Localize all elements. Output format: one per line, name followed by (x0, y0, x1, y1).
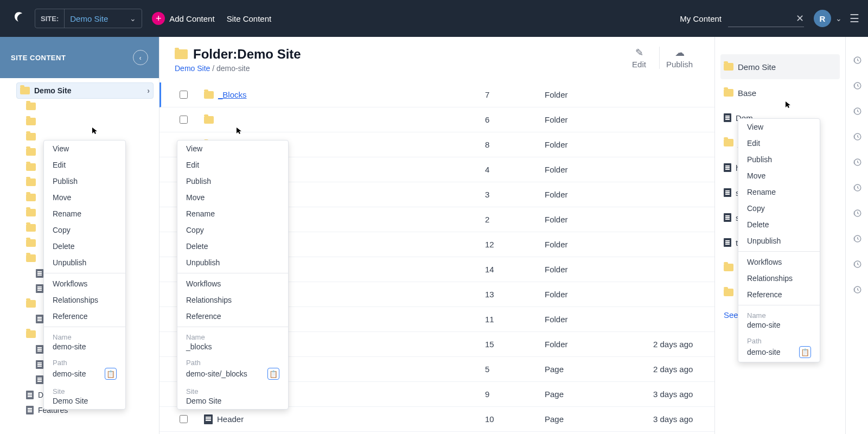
copy-path-button[interactable]: 📋 (267, 368, 279, 380)
user-menu[interactable]: R ⌄ (814, 10, 842, 27)
ctx-unpublish[interactable]: Unpublish (738, 233, 820, 249)
folder-icon (26, 118, 36, 125)
row-type: Folder (545, 90, 653, 99)
ctx-publish[interactable]: Publish (44, 173, 125, 189)
recent-label: Base (738, 88, 756, 98)
history-icon[interactable] (852, 132, 862, 142)
row-checkbox[interactable] (180, 415, 188, 423)
row-type: Folder (545, 140, 653, 149)
folder-icon (26, 163, 36, 171)
row-num: 7 (485, 90, 545, 99)
page-icon (36, 360, 43, 369)
row-link[interactable]: _Blocks (218, 90, 247, 99)
folder-icon (26, 239, 36, 247)
history-icon[interactable] (852, 234, 862, 244)
close-icon[interactable]: ✕ (796, 12, 804, 24)
hamburger-menu[interactable]: ☰ (850, 12, 859, 25)
history-icon[interactable] (852, 106, 862, 116)
row-type: Folder (545, 340, 653, 349)
search-box[interactable]: ✕ (728, 10, 804, 27)
ctx-move[interactable]: Move (44, 189, 125, 206)
table-row[interactable]: _Blocks7Folder (159, 82, 714, 107)
history-icon[interactable] (852, 55, 862, 65)
tree-root[interactable]: Demo Site› (16, 82, 154, 99)
publish-button[interactable]: ☁Publish (659, 47, 699, 69)
table-row[interactable]: 6Folder (159, 107, 714, 132)
ctx-publish[interactable]: Publish (738, 151, 820, 168)
ctx-copy[interactable]: Copy (177, 222, 288, 238)
row-num: 14 (485, 265, 545, 274)
row-checkbox[interactable] (180, 91, 188, 99)
recent-item[interactable]: Demo Site (720, 54, 840, 79)
folder-icon (26, 194, 36, 201)
ctx-relationships[interactable]: Relationships (738, 270, 820, 286)
site-picker[interactable]: SITE: Demo Site ⌄ (35, 9, 142, 28)
add-content-button[interactable]: + Add Content (152, 12, 214, 25)
copy-path-button[interactable]: 📋 (799, 346, 811, 358)
history-rail (845, 37, 868, 434)
row-type: Folder (545, 315, 653, 324)
history-icon[interactable] (852, 81, 862, 91)
page-icon (26, 391, 34, 399)
context-menu-sidebar[interactable]: ViewEditPublishMoveRenameCopyDeleteUnpub… (43, 140, 126, 410)
ctx-delete[interactable]: Delete (738, 216, 820, 233)
page-icon (724, 113, 731, 122)
history-icon[interactable] (852, 259, 862, 269)
history-icon[interactable] (852, 208, 862, 218)
ctx-rename[interactable]: Rename (177, 206, 288, 222)
breadcrumb-link[interactable]: Demo Site (175, 64, 210, 73)
row-num: 15 (485, 340, 545, 349)
table-row[interactable]: Header10Page3 days ago (159, 407, 714, 432)
app-logo[interactable] (9, 9, 28, 28)
row-type: Folder (545, 240, 653, 249)
recent-item[interactable]: Base (724, 80, 837, 105)
history-icon[interactable] (852, 157, 862, 167)
row-type: Page (545, 390, 653, 399)
ctx-move[interactable]: Move (738, 168, 820, 184)
ctx-copy[interactable]: Copy (738, 200, 820, 216)
ctx-workflows[interactable]: Workflows (738, 254, 820, 270)
context-menu-row[interactable]: ViewEditPublishMoveRenameCopyDeleteUnpub… (177, 140, 289, 410)
my-content-link[interactable]: My Content (680, 14, 722, 23)
ctx-relationships[interactable]: Relationships (177, 292, 288, 308)
collapse-sidebar-button[interactable]: ‹ (133, 50, 148, 65)
tree-folder[interactable] (16, 114, 154, 129)
edit-button[interactable]: ✎Edit (619, 47, 659, 69)
page-title: Folder: Demo Site (175, 47, 301, 62)
row-name: Header (217, 414, 244, 424)
ctx-reference[interactable]: Reference (177, 308, 288, 324)
ctx-move[interactable]: Move (177, 189, 288, 206)
site-content-link[interactable]: Site Content (227, 14, 272, 23)
history-icon[interactable] (852, 285, 862, 295)
ctx-rename[interactable]: Rename (738, 184, 820, 200)
ctx-delete[interactable]: Delete (44, 238, 125, 254)
tree-folder[interactable] (16, 99, 154, 114)
ctx-unpublish[interactable]: Unpublish (44, 254, 125, 271)
page-icon (36, 315, 43, 323)
ctx-workflows[interactable]: Workflows (44, 276, 125, 292)
ctx-reference[interactable]: Reference (44, 308, 125, 324)
ctx-edit[interactable]: Edit (44, 157, 125, 173)
row-time: 3 days ago (653, 390, 714, 399)
ctx-delete[interactable]: Delete (177, 238, 288, 254)
ctx-publish[interactable]: Publish (177, 173, 288, 189)
ctx-view[interactable]: View (738, 119, 820, 135)
ctx-rename[interactable]: Rename (44, 206, 125, 222)
ctx-edit[interactable]: Edit (738, 135, 820, 151)
copy-path-button[interactable]: 📋 (105, 368, 117, 380)
row-checkbox[interactable] (180, 116, 188, 124)
ctx-view[interactable]: View (177, 141, 288, 157)
ctx-copy[interactable]: Copy (44, 222, 125, 238)
ctx-relationships[interactable]: Relationships (44, 292, 125, 308)
ctx-reference[interactable]: Reference (738, 286, 820, 303)
plus-icon: + (152, 12, 165, 25)
ctx-workflows[interactable]: Workflows (177, 276, 288, 292)
history-icon[interactable] (852, 183, 862, 193)
context-menu-recent[interactable]: ViewEditPublishMoveRenameCopyDeleteUnpub… (738, 118, 820, 362)
row-type: Folder (545, 215, 653, 224)
folder-icon (724, 63, 733, 71)
ctx-unpublish[interactable]: Unpublish (177, 254, 288, 271)
row-num: 2 (485, 215, 545, 224)
ctx-view[interactable]: View (44, 141, 125, 157)
ctx-edit[interactable]: Edit (177, 157, 288, 173)
